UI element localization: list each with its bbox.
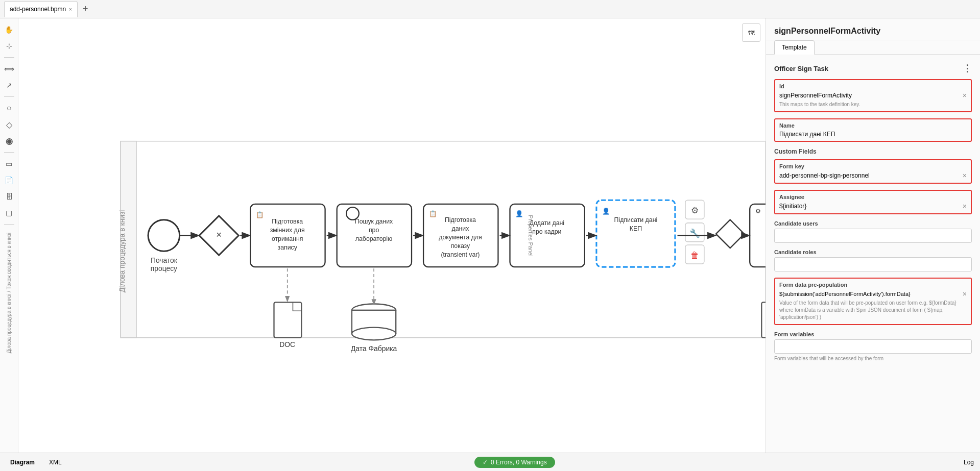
svg-text:×: × (216, 229, 222, 240)
tab-file-label: add-personnel.bpmn (10, 6, 66, 13)
assignee-clear-button[interactable]: × (963, 202, 967, 210)
candidate-users-input-wrap (774, 229, 972, 243)
svg-text:отримання: отримання (272, 235, 303, 242)
bottom-toolbar: Diagram XML ✓ 0 Errors, 0 Warnings Log (0, 453, 980, 471)
svg-text:👤: 👤 (515, 210, 523, 218)
candidate-users-label: Candidate users (774, 220, 972, 227)
panel-body: Officer Sign Task ⋮ Id × This maps to th… (766, 55, 980, 453)
event-outline-tool[interactable]: ◉ (2, 134, 16, 148)
assignee-input[interactable] (779, 203, 963, 210)
toolbar-separator-2 (4, 96, 14, 97)
candidate-users-input[interactable] (779, 232, 967, 239)
status-badge: ✓ 0 Errors, 0 Warnings (474, 457, 555, 468)
form-data-prepopulation-hint: Value of the form data that will be pre-… (779, 300, 967, 321)
form-data-prepopulation-clear-button[interactable]: × (963, 290, 967, 298)
svg-rect-56 (274, 302, 302, 337)
tab-file[interactable]: add-personnel.bpmn × (4, 1, 78, 17)
status-text: 0 Errors, 0 Warnings (491, 459, 547, 466)
svg-text:КЕП: КЕП (630, 225, 642, 232)
svg-text:документа для: документа для (439, 234, 482, 241)
left-toolbar: ✋ ⊹ ⟺ ↗ ○ ◇ ◉ ▭ 📄 🗄 ▢ Ділова процедура в… (0, 18, 18, 453)
svg-text:🗑: 🗑 (690, 251, 699, 260)
svg-text:лабораторію: лабораторію (355, 235, 393, 242)
svg-text:🔧: 🔧 (689, 228, 701, 239)
hand-tool[interactable]: ✋ (2, 22, 16, 37)
name-input-wrap (779, 131, 967, 138)
section-title: Officer Sign Task (774, 65, 828, 72)
section-menu-button[interactable]: ⋮ (963, 63, 972, 74)
toolbar-separator-4 (4, 224, 14, 225)
status-area: ✓ 0 Errors, 0 Warnings (72, 457, 958, 468)
task-tool[interactable]: ▭ (2, 157, 16, 171)
svg-point-61 (352, 328, 396, 340)
svg-text:📋: 📋 (256, 211, 264, 219)
svg-text:Підготовка: Підготовка (445, 216, 476, 224)
form-key-clear-button[interactable]: × (963, 171, 967, 180)
event-tool[interactable]: ○ (2, 101, 16, 115)
svg-text:процесу: процесу (151, 264, 177, 272)
name-input[interactable] (779, 131, 967, 138)
candidate-roles-input[interactable] (779, 261, 967, 268)
toolbar-side-text: Ділова процедура в книзі / Також вводить… (6, 233, 12, 353)
svg-text:Дата Фабрика: Дата Фабрика (351, 344, 397, 353)
gateway-tool[interactable]: ◇ (2, 117, 16, 132)
name-field-group: Name (774, 118, 972, 142)
data-object-tool[interactable]: 📄 (2, 173, 16, 187)
svg-text:Підписати дані: Підписати дані (614, 216, 658, 224)
svg-text:(transient var): (transient var) (441, 251, 480, 258)
id-clear-button[interactable]: × (963, 91, 967, 100)
status-icon: ✓ (483, 459, 488, 466)
svg-text:Підготовка: Підготовка (272, 218, 303, 225)
xml-tab[interactable]: XML (45, 457, 66, 468)
toolbar-separator-3 (4, 152, 14, 153)
data-store-tool[interactable]: 🗄 (2, 189, 16, 204)
svg-text:⚙: ⚙ (691, 206, 699, 215)
svg-text:показу: показу (451, 242, 470, 250)
section-header: Officer Sign Task ⋮ (774, 63, 972, 74)
form-data-prepopulation-input[interactable] (779, 291, 963, 297)
svg-text:Додати дані: Додати дані (530, 219, 564, 227)
form-variables-label: Form variables (774, 331, 972, 337)
subprocess-tool[interactable]: ▢ (2, 206, 16, 220)
form-key-input-wrap: × (779, 171, 967, 180)
id-input[interactable] (779, 92, 963, 99)
svg-text:даних: даних (452, 225, 470, 232)
tab-add-button[interactable]: + (80, 4, 91, 14)
svg-text:про: про (369, 227, 379, 234)
move-tool[interactable]: ⟺ (2, 62, 16, 76)
panel-title: signPersonnelFormActivity (766, 18, 980, 40)
canvas-area[interactable]: 🗺 Ділова процедура в книзі Початок проце… (18, 18, 766, 453)
svg-text:про кадри: про кадри (532, 228, 561, 235)
form-key-label: Form key (779, 163, 967, 169)
pointer-tool[interactable]: ⊹ (2, 39, 16, 53)
id-input-wrap: × (779, 91, 967, 100)
candidate-roles-field-group: Candidate roles (774, 249, 972, 271)
tab-close-icon[interactable]: × (69, 7, 72, 12)
form-key-field-group: Form key × (774, 159, 972, 184)
tab-template[interactable]: Template (774, 40, 815, 55)
form-data-prepopulation-field-group: Form data pre-population × Value of the … (774, 278, 972, 325)
form-variables-input-wrap (774, 339, 972, 354)
svg-rect-64 (761, 302, 766, 337)
connect-tool[interactable]: ↗ (2, 78, 16, 92)
svg-text:DOC: DOC (279, 340, 295, 349)
id-hint: This maps to the task definition key. (779, 101, 967, 108)
bpmn-diagram: Ділова процедура в книзі Початок процесу… (18, 18, 766, 453)
main-layout: ✋ ⊹ ⟺ ↗ ○ ◇ ◉ ▭ 📄 🗄 ▢ Ділова процедура в… (0, 18, 980, 453)
svg-text:змінних для: змінних для (270, 227, 305, 234)
svg-text:📋: 📋 (429, 210, 437, 218)
custom-fields-label: Custom Fields (774, 148, 972, 155)
svg-text:запису: запису (278, 244, 298, 251)
diagram-tab[interactable]: Diagram (6, 457, 39, 468)
panel-tabs: Template (766, 40, 980, 55)
candidate-roles-label: Candidate roles (774, 249, 972, 255)
tab-bar: add-personnel.bpmn × + (0, 0, 980, 18)
candidate-users-field-group: Candidate users (774, 220, 972, 243)
form-variables-input[interactable] (779, 343, 967, 350)
assignee-label: Assignee (779, 194, 967, 200)
form-variables-field-group: Form variables Form variables that will … (774, 331, 972, 362)
svg-marker-46 (716, 220, 744, 248)
log-button[interactable]: Log (964, 459, 974, 466)
form-key-input[interactable] (779, 172, 963, 179)
candidate-roles-input-wrap (774, 257, 972, 271)
